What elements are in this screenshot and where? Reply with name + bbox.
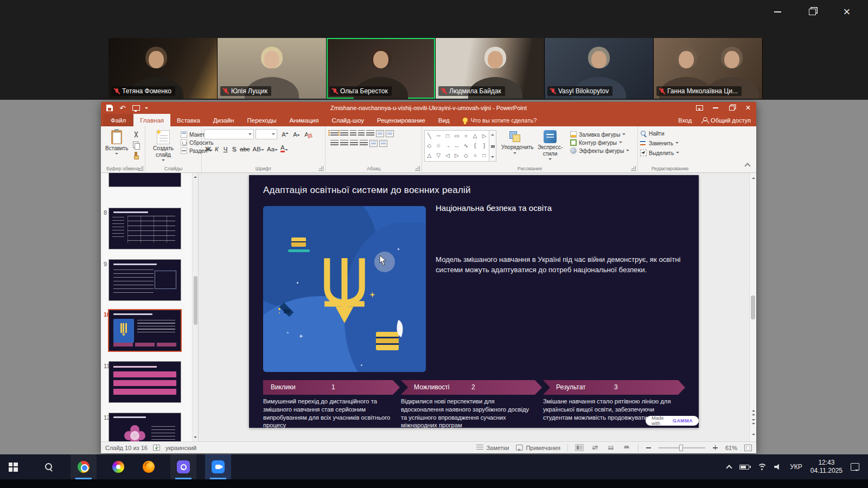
previous-slide-button[interactable] [750,407,757,416]
find-button[interactable]: Найти [640,130,700,137]
participant-video[interactable]: Юлія Лущик [218,38,326,99]
scroll-up-icon[interactable] [194,175,197,178]
participant-video[interactable]: Ганна Миколаївна Ци... [654,38,762,99]
tab-transitions[interactable]: Переходы [240,114,283,126]
zoom-level[interactable]: 61% [725,445,737,451]
network-icon[interactable] [757,464,766,470]
bullets-button[interactable] [330,130,339,137]
italic-button[interactable]: К [213,143,221,152]
normal-view-button[interactable] [575,444,584,451]
underline-button[interactable]: Ч [221,143,229,152]
volume-icon[interactable] [774,464,782,470]
tab-home[interactable]: Главная [133,114,170,126]
convert-to-smartart-button[interactable] [379,140,387,147]
language-indicator[interactable]: украинский [165,445,196,451]
participant-video-active-speaker[interactable]: Ольга Бересток [327,38,435,99]
decrease-font-size-button[interactable] [290,130,300,139]
shape-gallery-item[interactable]: □ [446,133,449,139]
scrollbar-thumb[interactable] [194,276,197,325]
taskbar-search-button[interactable] [36,454,62,479]
slideshow-view-button[interactable] [622,444,631,451]
start-button[interactable] [0,454,26,479]
arrange-button[interactable]: Упорядочить [496,129,533,163]
dialog-launcher-icon[interactable] [318,166,323,171]
next-slide-button[interactable] [750,418,757,427]
maximize-button[interactable] [804,4,820,20]
shape-outline-button[interactable]: Контур фигуры [570,139,629,146]
scroll-up-icon[interactable] [491,132,494,136]
shape-gallery-item[interactable]: { [474,143,476,149]
align-right-button[interactable] [350,140,358,147]
tab-slideshow[interactable]: Слайд-шоу [325,114,371,126]
tab-view[interactable]: Вид [432,114,456,126]
shape-gallery-item[interactable]: ▭ [454,133,459,139]
comments-button[interactable]: Примечания [516,445,560,451]
input-language-indicator[interactable]: УКР [790,463,802,471]
shape-effects-button[interactable]: Эффекты фигуры [570,147,629,154]
bold-button[interactable]: Ж [204,143,212,152]
reading-view-button[interactable] [607,444,615,451]
font-name-select[interactable] [204,129,254,139]
sign-in-button[interactable]: Вход [678,117,692,124]
character-spacing-button[interactable]: АВ [252,143,265,152]
qat-customize-icon[interactable] [145,107,148,111]
taskbar-viber-button[interactable] [170,454,196,479]
text-direction-button[interactable] [376,130,384,137]
shape-gallery-item[interactable]: } [483,143,485,149]
columns-button[interactable] [369,140,378,147]
shape-gallery-item[interactable]: ↔ [454,143,459,149]
zoom-in-button[interactable] [712,445,718,451]
ppt-minimize-button[interactable] [707,102,724,114]
font-size-select[interactable] [256,129,277,139]
tab-animations[interactable]: Анимация [283,114,325,126]
shape-gallery-item[interactable]: ╲ [427,133,431,139]
ppt-close-button[interactable] [740,102,756,114]
zoom-slider[interactable] [659,447,705,448]
thumbnail-scrollbar[interactable] [192,173,198,441]
quick-styles-button[interactable]: Экспресс-стили [533,129,567,163]
shape-gallery-item[interactable]: ∿ [464,143,468,149]
shape-gallery-item[interactable]: △ [473,133,477,139]
show-hidden-icons-chevron[interactable] [726,465,732,471]
shape-gallery-scroll[interactable] [489,130,496,162]
scroll-up-icon[interactable] [752,176,755,179]
font-color-button[interactable]: А [279,143,289,152]
increase-font-size-button[interactable] [279,130,289,139]
spellcheck-icon[interactable] [153,445,160,451]
align-left-button[interactable] [330,140,339,147]
line-spacing-button[interactable] [366,130,374,137]
shape-gallery-item[interactable]: ☆ [436,143,441,149]
shape-gallery-item[interactable]: ▷ [455,152,459,158]
new-slide-button[interactable]: Создать слайд [148,129,179,164]
text-shadow-button[interactable]: S [230,143,238,152]
taskbar-clock[interactable]: 12:43 04.11.2025 [810,459,843,475]
participant-video[interactable]: Людмила Байдак [436,38,544,99]
zoom-out-button[interactable] [646,445,652,451]
scroll-down-icon[interactable] [752,434,755,437]
justify-button[interactable] [360,140,368,147]
notes-button[interactable]: Заметки [476,445,509,451]
collapse-ribbon-icon[interactable] [744,163,750,169]
zoom-slider-thumb[interactable] [679,445,683,451]
align-text-button[interactable] [386,130,394,137]
shape-gallery-item[interactable]: → [445,143,450,149]
shape-gallery-item[interactable]: ◇ [464,152,468,158]
scrollbar-thumb[interactable] [751,296,755,319]
taskbar-chrome-button[interactable] [71,454,97,479]
action-center-icon[interactable] [851,463,859,471]
slide-canvas[interactable]: Адаптація освітньої системи до воєнних р… [249,175,699,428]
cut-button[interactable] [132,131,141,139]
decrease-indent-button[interactable] [350,130,356,137]
gallery-more-icon[interactable] [491,145,495,146]
select-button[interactable]: Выделить [640,150,700,156]
close-button[interactable] [839,4,855,20]
editor-scrollbar[interactable] [749,173,756,441]
battery-icon[interactable] [739,465,749,470]
taskbar-firefox-button[interactable] [136,454,162,479]
shape-gallery-item[interactable]: ○ [464,133,468,139]
scroll-down-icon[interactable] [491,156,494,159]
change-case-button[interactable]: Аа [266,143,279,152]
taskbar-zoom-button[interactable] [205,454,231,479]
participant-video[interactable]: Vasyl Bilokopytov [545,38,653,99]
numbering-button[interactable] [340,130,348,137]
